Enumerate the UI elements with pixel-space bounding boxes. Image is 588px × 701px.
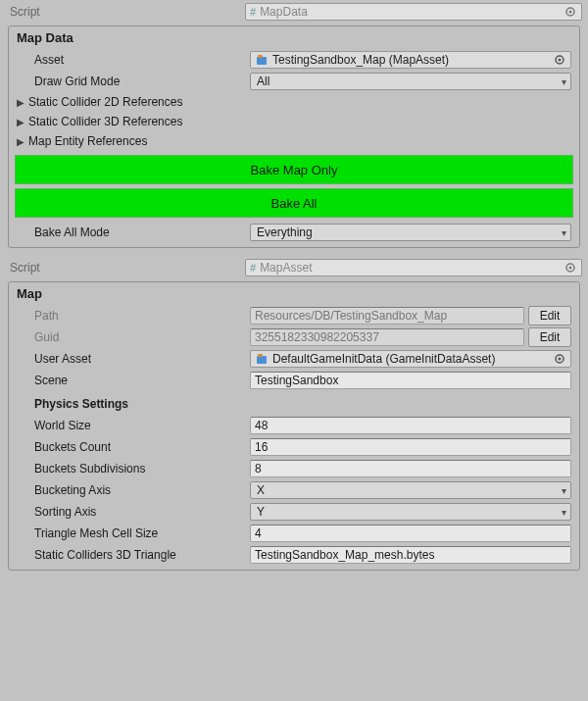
statc3d-label: Static Colliders 3D Triangle <box>34 548 250 562</box>
sortaxis-dropdown[interactable]: Y <box>250 503 571 521</box>
physics-header: Physics Settings <box>9 391 579 415</box>
map-data-group: Map Data Asset TestingSandbox_Map (MapAs… <box>8 25 580 248</box>
worldsize-row: World Size 48 <box>9 415 579 436</box>
cellsize-field[interactable]: 4 <box>250 525 571 542</box>
object-picker-icon[interactable] <box>564 261 577 275</box>
bakeallmode-label: Bake All Mode <box>34 225 250 239</box>
svg-rect-3 <box>258 55 263 58</box>
subdiv-field[interactable]: 8 <box>250 460 571 477</box>
bucketaxis-row: Bucketing Axis X <box>9 479 579 501</box>
userasset-row: User Asset DefaultGameInitData (GameInit… <box>9 348 579 370</box>
sortaxis-row: Sorting Axis Y <box>9 501 579 523</box>
subdiv-label: Buckets Subdivisions <box>34 462 250 476</box>
scene-label: Scene <box>34 374 250 387</box>
svg-rect-2 <box>257 57 267 65</box>
statc3d-row: Static Colliders 3D Triangle TestingSand… <box>9 544 579 566</box>
foldout-label: Static Collider 2D References <box>28 95 182 109</box>
path-label: Path <box>34 309 250 323</box>
scene-field[interactable]: TestingSandbox <box>250 372 571 389</box>
bakeallmode-dropdown[interactable]: Everything <box>250 224 571 241</box>
bake-map-button[interactable]: Bake Map Only <box>15 155 573 184</box>
foldout-static-3d[interactable]: ▶ Static Collider 3D References <box>9 112 579 131</box>
userasset-label: User Asset <box>34 352 250 366</box>
script-field[interactable]: # MapAsset <box>245 259 582 276</box>
foldout-static-2d[interactable]: ▶ Static Collider 2D References <box>9 92 579 112</box>
script-hash-icon: # <box>250 6 256 18</box>
statc3d-value: TestingSandbox_Map_mesh.bytes <box>255 548 434 562</box>
svg-point-5 <box>559 59 562 62</box>
cellsize-row: Triangle Mesh Cell Size 4 <box>9 523 579 544</box>
userasset-value: DefaultGameInitData (GameInitDataAsset) <box>272 352 495 366</box>
drawgrid-value: All <box>257 75 270 88</box>
object-picker-icon[interactable] <box>553 53 566 67</box>
scene-value: TestingSandbox <box>255 374 338 387</box>
svg-point-1 <box>569 11 572 14</box>
userasset-field[interactable]: DefaultGameInitData (GameInitDataAsset) <box>250 350 571 368</box>
script-field[interactable]: # MapData <box>245 3 582 21</box>
worldsize-value: 48 <box>255 419 268 432</box>
foldout-label: Static Collider 3D References <box>28 115 182 128</box>
guid-label: Guid <box>34 330 250 344</box>
path-value: Resources/DB/TestingSandbox_Map <box>255 309 447 323</box>
worldsize-label: World Size <box>34 419 250 432</box>
map-data-header: Map Data <box>9 26 579 49</box>
bakeallmode-value: Everything <box>257 225 313 239</box>
bucketaxis-dropdown[interactable]: X <box>250 481 571 499</box>
buckets-row: Buckets Count 16 <box>9 436 579 458</box>
edit-guid-button[interactable]: Edit <box>528 327 571 347</box>
svg-rect-9 <box>258 354 263 357</box>
foldout-label: Map Entity References <box>28 134 147 148</box>
asset-field[interactable]: TestingSandbox_Map (MapAsset) <box>250 51 571 69</box>
bucketaxis-label: Bucketing Axis <box>34 483 250 497</box>
asset-icon <box>255 53 269 67</box>
subdiv-value: 8 <box>255 462 262 476</box>
object-picker-icon[interactable] <box>553 352 566 366</box>
buckets-label: Buckets Count <box>34 440 250 454</box>
asset-value: TestingSandbox_Map (MapAsset) <box>272 53 449 67</box>
worldsize-field[interactable]: 48 <box>250 417 571 434</box>
drawgrid-row: Draw Grid Mode All <box>9 71 579 92</box>
buckets-field[interactable]: 16 <box>250 438 571 456</box>
sortaxis-value: Y <box>257 505 265 519</box>
svg-point-11 <box>559 358 562 361</box>
path-field: Resources/DB/TestingSandbox_Map <box>250 307 524 325</box>
script-row: Script # MapAsset <box>2 258 586 277</box>
guid-value: 3255182330982205337 <box>255 330 379 344</box>
cellsize-label: Triangle Mesh Cell Size <box>34 526 250 540</box>
map-header: Map <box>9 282 579 305</box>
guid-field: 3255182330982205337 <box>250 328 524 346</box>
asset-label: Asset <box>34 53 250 67</box>
asset-icon <box>255 352 269 366</box>
buckets-value: 16 <box>255 440 268 454</box>
script-row: Script # MapData <box>2 2 586 22</box>
bake-all-button[interactable]: Bake All <box>15 188 573 218</box>
foldout-entity-refs[interactable]: ▶ Map Entity References <box>9 131 579 151</box>
map-group: Map Path Resources/DB/TestingSandbox_Map… <box>8 281 580 571</box>
scene-row: Scene TestingSandbox <box>9 370 579 391</box>
script-value: MapAsset <box>260 261 312 275</box>
foldout-arrow-icon: ▶ <box>17 117 28 127</box>
foldout-arrow-icon: ▶ <box>17 136 28 147</box>
statc3d-field[interactable]: TestingSandbox_Map_mesh.bytes <box>250 546 571 564</box>
foldout-arrow-icon: ▶ <box>17 97 28 108</box>
drawgrid-dropdown[interactable]: All <box>250 73 571 90</box>
svg-rect-8 <box>257 356 267 364</box>
cellsize-value: 4 <box>255 526 262 540</box>
script-label: Script <box>6 261 245 275</box>
subdiv-row: Buckets Subdivisions 8 <box>9 458 579 479</box>
script-value: MapData <box>260 5 308 19</box>
svg-point-7 <box>569 267 572 270</box>
edit-path-button[interactable]: Edit <box>528 306 571 325</box>
script-label: Script <box>6 5 245 19</box>
object-picker-icon[interactable] <box>564 5 577 19</box>
sortaxis-label: Sorting Axis <box>34 505 250 519</box>
guid-row: Guid 3255182330982205337 Edit <box>9 326 579 348</box>
path-row: Path Resources/DB/TestingSandbox_Map Edi… <box>9 305 579 326</box>
asset-row: Asset TestingSandbox_Map (MapAsset) <box>9 49 579 71</box>
script-hash-icon: # <box>250 262 256 274</box>
drawgrid-label: Draw Grid Mode <box>34 75 250 88</box>
bakeallmode-row: Bake All Mode Everything <box>9 222 579 243</box>
bucketaxis-value: X <box>257 483 265 497</box>
